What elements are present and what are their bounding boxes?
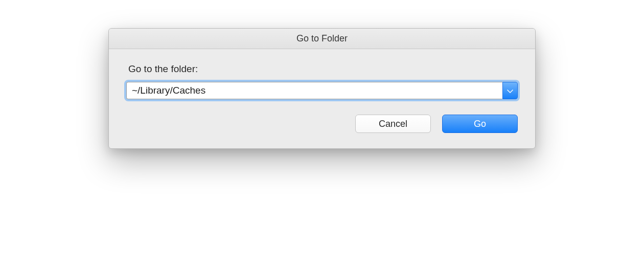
path-input-wrapper: [126, 82, 518, 99]
go-button[interactable]: Go: [442, 115, 518, 133]
path-label: Go to the folder:: [128, 63, 518, 75]
folder-path-input[interactable]: [126, 82, 502, 99]
dialog-button-row: Cancel Go: [126, 115, 518, 133]
dialog-titlebar: Go to Folder: [109, 29, 535, 49]
go-to-folder-dialog: Go to Folder Go to the folder: Cancel Go: [108, 28, 536, 149]
dialog-content: Go to the folder: Cancel Go: [109, 49, 535, 148]
dialog-title: Go to Folder: [296, 33, 348, 44]
path-dropdown-button[interactable]: [502, 82, 518, 99]
cancel-button[interactable]: Cancel: [355, 115, 431, 133]
chevron-down-icon: [507, 86, 513, 95]
